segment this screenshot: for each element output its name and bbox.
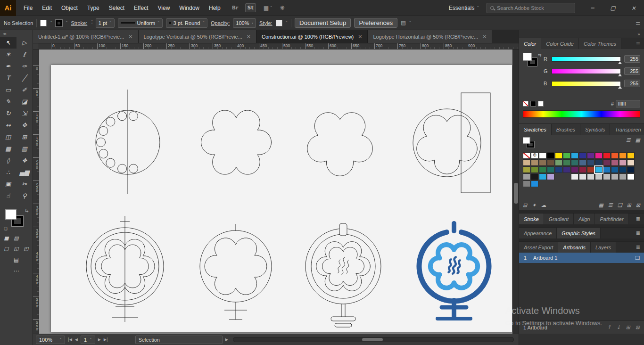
menu-item[interactable]: Help <box>204 0 225 16</box>
swatch[interactable] <box>603 173 611 180</box>
stepper-down-icon[interactable]: ˅ <box>91 23 92 26</box>
construction-step-7[interactable] <box>305 223 381 327</box>
swatch[interactable] <box>587 173 594 180</box>
swatch[interactable] <box>587 159 594 166</box>
swatch[interactable] <box>547 159 554 166</box>
panel-tab[interactable]: Artboards <box>558 242 591 253</box>
swatch[interactable] <box>555 159 562 166</box>
swatch[interactable] <box>627 181 635 187</box>
color-spectrum[interactable] <box>523 110 640 118</box>
panel-tab[interactable]: Color Themes <box>579 38 621 49</box>
swatch-themes-icon[interactable]: ✦ <box>532 202 536 208</box>
next-artboard-icon[interactable]: ▶ <box>98 337 101 342</box>
color-button[interactable]: ■ <box>3 235 10 241</box>
document-tab[interactable]: Logotype Vertical.ai @ 50% (RGB/Previe..… <box>139 30 256 43</box>
draw-behind-button[interactable]: ◱ <box>13 245 20 252</box>
new-artboard-icon[interactable]: ⊞ <box>626 324 630 330</box>
swatch[interactable] <box>611 159 619 166</box>
swatch[interactable] <box>619 152 627 159</box>
minimize-button[interactable]: ─ <box>582 0 603 16</box>
column-graph-tool[interactable]: ▄▆ <box>17 166 33 178</box>
cloud-icon[interactable]: ☁ <box>541 202 546 208</box>
chevron-down-icon[interactable]: ˅ <box>66 21 68 25</box>
swatch[interactable] <box>555 166 562 173</box>
default-fill-stroke-icon[interactable]: ❏ <box>4 227 8 231</box>
document-tab[interactable]: Construction.ai @ 100% (RGB/Preview) × <box>256 30 368 43</box>
first-artboard-icon[interactable]: |◀ <box>68 337 72 342</box>
swatch[interactable] <box>563 181 570 187</box>
artboard-nav-select[interactable]: 1 ˅ <box>81 336 95 344</box>
swatch[interactable] <box>587 152 594 159</box>
construction-step-3[interactable] <box>307 113 373 176</box>
move-artboard-down-icon[interactable]: ↓ <box>616 324 620 330</box>
red-slider[interactable] <box>552 57 621 62</box>
swap-fill-stroke-icon[interactable]: ⇆ <box>25 208 29 213</box>
menu-item[interactable]: Edit <box>37 0 57 16</box>
swatch[interactable] <box>547 173 554 180</box>
blue-value-field[interactable]: 255 <box>624 80 640 87</box>
panel-tab[interactable]: Gradient <box>544 214 574 224</box>
vertical-scroll-thumb[interactable] <box>514 183 518 204</box>
construction-step-4[interactable] <box>413 93 490 193</box>
status-tool-field[interactable]: Selection <box>135 336 223 344</box>
curvature-tool[interactable]: ✑ <box>17 60 33 72</box>
swatch[interactable] <box>539 181 546 187</box>
app-logo[interactable]: Ai <box>0 0 16 16</box>
swatch[interactable] <box>595 181 603 187</box>
fill-color-swatch[interactable] <box>523 137 530 144</box>
artboard-page-icon[interactable]: ❏ <box>635 255 644 261</box>
stroke-color-swatch[interactable] <box>56 20 62 26</box>
panel-menu-icon[interactable]: ≣ <box>632 214 644 224</box>
status-options-icon[interactable]: ▶ <box>225 337 228 342</box>
blend-tool[interactable]: ❖ <box>17 155 33 166</box>
panel-tab[interactable]: Layers <box>591 242 616 253</box>
swatch-options-icon[interactable]: ☰ <box>608 202 613 208</box>
swatch[interactable] <box>523 166 530 173</box>
swatch[interactable] <box>611 181 619 187</box>
swatch[interactable] <box>595 159 603 166</box>
fill-color-swatch[interactable] <box>40 20 47 26</box>
draw-normal-button[interactable]: ▢ <box>3 245 10 252</box>
fill-stroke-indicator[interactable]: ⇆ ❏ <box>4 208 29 231</box>
swatch[interactable] <box>547 152 554 159</box>
black-swatch[interactable] <box>530 101 536 107</box>
style-swatch[interactable] <box>276 20 282 26</box>
swatch[interactable] <box>627 159 635 166</box>
panel-tab[interactable]: Align <box>574 214 595 224</box>
swatch[interactable] <box>587 181 594 187</box>
swatch[interactable] <box>587 166 594 173</box>
new-color-group-icon[interactable]: ❏ <box>618 202 622 208</box>
swatch[interactable] <box>579 159 586 166</box>
none-button[interactable] <box>23 235 30 241</box>
white-swatch[interactable] <box>538 101 544 107</box>
stroke-weight-field[interactable]: 1 pt ˅ <box>96 18 115 28</box>
preferences-button[interactable]: Preferences <box>354 18 397 28</box>
draw-inside-button[interactable]: ◰ <box>23 245 30 252</box>
swatch[interactable] <box>563 159 570 166</box>
shaper-tool[interactable]: ✎ <box>0 96 17 107</box>
fill-stroke-indicator[interactable] <box>523 137 536 149</box>
horizontal-scrollbar[interactable] <box>233 337 514 342</box>
close-tab-icon[interactable]: × <box>128 33 132 40</box>
free-transform-tool[interactable]: ✥ <box>17 119 33 131</box>
swatch[interactable] <box>603 181 611 187</box>
gradient-tool[interactable]: ▥ <box>17 143 33 155</box>
zoom-tool[interactable]: ⚲ <box>17 190 33 202</box>
symbol-sprayer-tool[interactable]: ∴ <box>0 166 17 178</box>
none-swatch[interactable] <box>523 101 528 107</box>
panel-tab[interactable]: Transparen <box>610 124 644 135</box>
fill-stroke-indicator[interactable] <box>523 53 539 68</box>
canvas[interactable] <box>39 49 519 334</box>
swatch[interactable] <box>531 159 538 166</box>
swatch[interactable] <box>603 166 611 173</box>
swatch[interactable] <box>627 173 635 180</box>
swatch[interactable] <box>555 152 562 159</box>
panel-tab[interactable]: Color <box>519 38 541 49</box>
brush-definition-select[interactable]: 3 pt. Round ˅ <box>166 18 207 28</box>
swatch[interactable] <box>611 173 619 180</box>
grid-view-icon[interactable]: ▦ <box>636 137 640 143</box>
width-tool[interactable]: ↭ <box>0 119 17 131</box>
artboard-list-item[interactable]: 1 Artboard 1 ❏ <box>519 253 644 263</box>
variable-width-select[interactable]: Uniform ˅ <box>118 18 163 28</box>
show-swatch-kinds-icon[interactable]: ▦ <box>598 202 603 208</box>
